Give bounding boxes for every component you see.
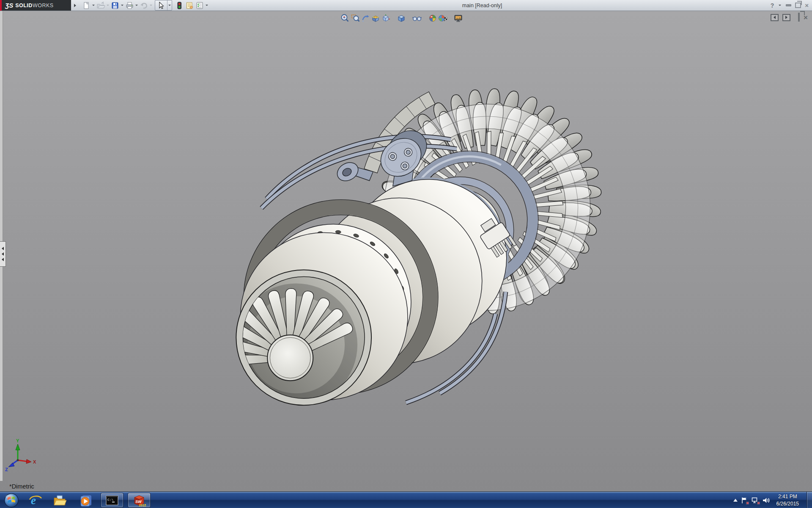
close-button[interactable]: × — [805, 2, 809, 8]
svg-text:2015: 2015 — [139, 503, 146, 507]
minimize-icon — [786, 4, 791, 6]
section-view-icon — [371, 14, 380, 23]
solidworks-logo: ƷS SOLIDWORKS — [2, 0, 71, 11]
new-document-dropdown[interactable] — [91, 0, 96, 10]
apply-scene-button[interactable] — [438, 13, 448, 23]
pane-right-icon[interactable] — [782, 14, 790, 21]
display-style-icon — [397, 14, 406, 23]
appearance-sphere-icon — [428, 14, 437, 23]
taskbar-clock[interactable]: 2:41 PM 6/26/2015 — [776, 493, 799, 507]
document-title: main [Read-only] — [462, 0, 502, 11]
clock-date: 6/26/2015 — [776, 500, 799, 507]
eyeglasses-icon — [412, 14, 422, 23]
internet-explorer-icon: e — [29, 494, 42, 507]
windows-start-icon — [3, 492, 20, 508]
error-badge: × — [746, 501, 749, 505]
command-prompt-icon: C:\ — [105, 494, 119, 506]
new-document-button[interactable] — [81, 0, 91, 10]
taskbar-media-player[interactable] — [77, 492, 94, 508]
print-button[interactable] — [124, 0, 134, 10]
folder-icon — [53, 494, 67, 507]
help-dropdown[interactable] — [778, 0, 782, 10]
select-button[interactable] — [155, 0, 167, 10]
ds-logo-glyph: ƷS — [5, 2, 13, 9]
options-icon — [195, 1, 204, 10]
section-view-button[interactable] — [370, 13, 381, 23]
save-button[interactable] — [110, 0, 120, 10]
rebuild-button[interactable] — [174, 0, 184, 10]
taskbar-solidworks[interactable]: SW 2015 — [128, 493, 151, 508]
options-button[interactable] — [195, 0, 205, 10]
help-button[interactable]: ? — [771, 2, 774, 9]
feature-manager-expand-tab[interactable] — [0, 241, 6, 267]
system-tray: × × 2:41 PM 6/26/2015 — [733, 492, 807, 508]
edit-appearance-button[interactable] — [428, 13, 438, 23]
solidworks-2015-icon: SW 2015 — [132, 494, 146, 507]
graphics-viewport[interactable]: × Y X Z *Dimetric — [0, 11, 812, 491]
solidworks-window: ƷS SOLIDWORKS — [0, 0, 812, 508]
restore-icon — [795, 3, 801, 8]
save-icon — [111, 1, 119, 10]
view-orientation-icon — [381, 14, 390, 23]
minimize-button[interactable] — [786, 4, 791, 6]
network-status-icon[interactable]: × — [751, 497, 759, 504]
media-player-icon — [79, 494, 92, 507]
select-tool-group — [155, 0, 172, 11]
view-settings-icon — [453, 14, 464, 23]
taskbar-windows-explorer[interactable] — [52, 492, 69, 508]
network-error-badge: × — [757, 501, 760, 505]
volume-icon[interactable] — [762, 497, 771, 504]
previous-view-icon — [361, 14, 370, 23]
open-button[interactable] — [96, 0, 106, 10]
options-dropdown[interactable] — [205, 0, 209, 10]
start-button[interactable] — [2, 492, 21, 508]
doc-restore-button[interactable] — [798, 14, 800, 21]
svg-text:Y: Y — [16, 438, 19, 443]
view-orientation-label: *Dimetric — [9, 483, 34, 490]
hide-show-items-button[interactable] — [412, 13, 422, 23]
document-window-controls: × — [771, 14, 808, 21]
restore-button[interactable] — [795, 3, 801, 8]
pane-left-icon[interactable] — [771, 14, 779, 21]
save-dropdown[interactable] — [120, 0, 124, 10]
hidden-icons-button[interactable] — [733, 499, 738, 502]
close-icon: × — [805, 2, 809, 8]
speaker-icon — [762, 497, 771, 504]
svg-text:X: X — [33, 459, 36, 464]
print-dropdown[interactable] — [134, 0, 139, 10]
taskbar-internet-explorer[interactable]: e — [27, 492, 44, 508]
file-properties-button[interactable] — [184, 0, 195, 10]
action-center-icon[interactable]: × — [741, 497, 748, 504]
apply-scene-icon — [438, 14, 448, 23]
menu-expand-icon[interactable] — [74, 4, 76, 7]
undo-button[interactable] — [139, 0, 149, 10]
select-dropdown[interactable] — [167, 0, 172, 10]
heads-up-view-toolbar — [340, 13, 464, 23]
zoom-to-area-icon — [351, 14, 360, 23]
chevron-up-icon — [733, 499, 738, 502]
taskbar-command-prompt[interactable]: C:\ — [101, 493, 123, 508]
title-bar: ƷS SOLIDWORKS — [0, 0, 812, 11]
clock-time: 2:41 PM — [776, 493, 799, 500]
svg-text:C:\: C:\ — [107, 498, 114, 502]
undo-icon — [139, 1, 148, 10]
zoom-to-fit-icon — [340, 14, 350, 23]
view-settings-button[interactable] — [453, 13, 464, 23]
rebuild-traffic-light-icon — [176, 1, 183, 10]
print-icon — [125, 1, 134, 10]
zoom-to-fit-button[interactable] — [340, 13, 350, 23]
undo-dropdown[interactable] — [149, 0, 153, 10]
taskbar: e C:\ — [0, 491, 812, 508]
previous-view-button[interactable] — [360, 13, 370, 23]
window-controls: ? × — [771, 0, 809, 11]
view-orientation-button[interactable] — [381, 13, 391, 23]
zoom-to-area-button[interactable] — [350, 13, 360, 23]
new-document-icon — [82, 1, 91, 10]
doc-restore-icon — [798, 13, 800, 22]
show-desktop-button[interactable] — [807, 492, 812, 508]
display-style-button[interactable] — [396, 13, 406, 23]
file-properties-icon — [185, 1, 194, 10]
open-dropdown[interactable] — [106, 0, 110, 10]
expand-arrow-icon — [2, 252, 4, 256]
jet-engine-model — [0, 11, 812, 491]
